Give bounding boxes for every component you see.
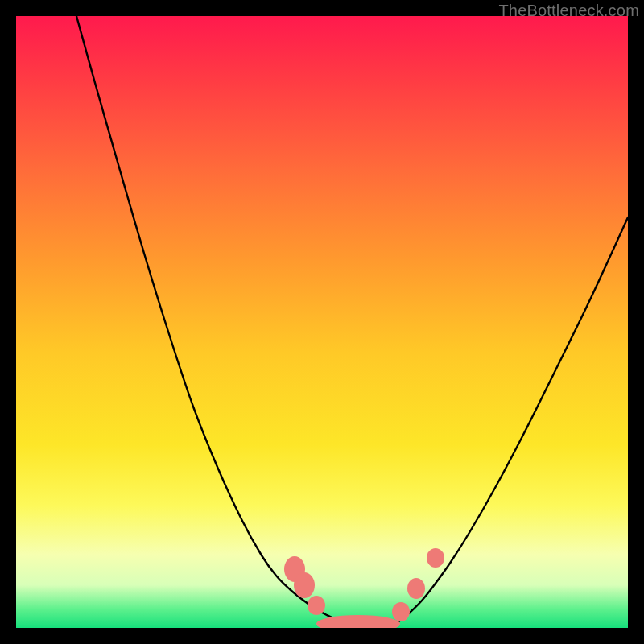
curve-left-branch: [76, 16, 346, 626]
curve-right-branch: [392, 217, 628, 626]
marker-2: [308, 596, 325, 615]
marker-6: [427, 548, 444, 568]
marker-1: [294, 572, 315, 598]
chart-plot-area: [16, 16, 628, 628]
marker-5: [407, 578, 425, 599]
marker-4: [392, 602, 410, 621]
chart-svg: [16, 16, 628, 628]
watermark-text: TheBottleneck.com: [498, 2, 639, 20]
